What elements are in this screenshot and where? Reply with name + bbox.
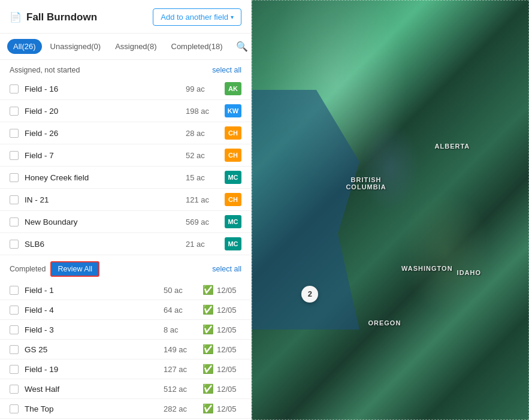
- tab-assigned[interactable]: Assigned(8): [109, 39, 162, 54]
- field-checkbox[interactable]: [10, 365, 19, 374]
- field-checkbox[interactable]: [10, 306, 19, 315]
- field-acres: 15 ac: [186, 173, 219, 182]
- table-row: GS 25 149 ac ✅ 12/05: [0, 340, 251, 359]
- field-name: GS 25: [25, 345, 158, 354]
- field-name: The Top: [25, 404, 158, 413]
- map-label-idaho: IDAHO: [457, 269, 481, 276]
- map-panel[interactable]: ALBERTA BRITISHCOLUMBIA WASHINGTON OREGO…: [252, 0, 529, 420]
- table-row: Field - 20 198 ac KW: [0, 100, 251, 122]
- table-row: West Half 512 ac ✅ 12/05: [0, 379, 251, 399]
- map-label-british-columbia: BRITISHCOLUMBIA: [346, 176, 386, 191]
- assigned-select-all[interactable]: select all: [212, 66, 241, 74]
- assignee-badge: AK: [225, 82, 241, 95]
- table-row: Field - 7 52 ac CH: [0, 144, 251, 167]
- assigned-section-header: Assigned, not started select all: [0, 60, 251, 78]
- chevron-down-icon: ▾: [231, 14, 234, 20]
- field-acres: 8 ac: [164, 325, 197, 334]
- table-row: Field - 4 64 ac ✅ 12/05: [0, 300, 251, 320]
- completion-status: ✅ 12/05: [202, 324, 241, 335]
- cluster-count: 2: [308, 289, 312, 298]
- field-name: Field - 16: [25, 84, 180, 93]
- map-label-oregon: OREGON: [368, 319, 401, 327]
- filter-bar: All(26) Unassigned(0) Assigned(8) Comple…: [0, 34, 251, 60]
- page-title: Fall Burndown: [26, 11, 97, 23]
- field-name: Field - 20: [25, 107, 180, 116]
- assignee-badge: CH: [225, 193, 241, 206]
- field-acres: 28 ac: [186, 129, 219, 138]
- field-name: New Boundary: [25, 217, 180, 226]
- field-checkbox[interactable]: [10, 325, 19, 334]
- check-icon: ✅: [202, 383, 214, 394]
- assignee-badge: MC: [225, 171, 241, 184]
- map-cluster-marker[interactable]: 2: [301, 286, 318, 303]
- field-acres: 99 ac: [186, 84, 219, 93]
- tab-unassigned[interactable]: Unassigned(0): [44, 39, 107, 54]
- table-row: Field - 3 8 ac ✅ 12/05: [0, 320, 251, 340]
- check-icon: ✅: [202, 364, 214, 374]
- completed-section-title: Completed: [10, 265, 46, 273]
- table-row: The Top 282 ac ✅ 12/05: [0, 399, 251, 419]
- table-row: Field - 16 99 ac AK: [0, 78, 251, 100]
- search-button[interactable]: 🔍: [231, 38, 252, 55]
- check-icon: ✅: [202, 344, 214, 355]
- field-checkbox[interactable]: [10, 151, 19, 160]
- table-row: Field - 19 127 ac ✅ 12/05: [0, 359, 251, 379]
- field-checkbox[interactable]: [10, 240, 19, 249]
- field-name: Field - 19: [25, 365, 158, 374]
- completion-date: 12/05: [217, 365, 237, 374]
- search-icon: 🔍: [236, 41, 248, 52]
- table-row: Field - 26 28 ac CH: [0, 122, 251, 144]
- table-row: Honey Creek field 15 ac MC: [0, 167, 251, 189]
- tab-all[interactable]: All(26): [7, 39, 42, 54]
- field-name: Field - 26: [25, 129, 180, 138]
- field-checkbox[interactable]: [10, 195, 19, 204]
- field-name: Field - 3: [25, 325, 158, 334]
- field-acres: 64 ac: [164, 306, 197, 315]
- completion-status: ✅ 12/05: [202, 285, 241, 295]
- completion-date: 12/05: [217, 286, 237, 295]
- completed-header-left: Completed Review All: [10, 261, 99, 277]
- field-acres: 127 ac: [164, 365, 197, 374]
- field-checkbox[interactable]: [10, 129, 19, 138]
- field-checkbox[interactable]: [10, 173, 19, 182]
- completion-date: 12/05: [217, 306, 237, 315]
- completion-date: 12/05: [217, 385, 237, 394]
- completion-status: ✅ 12/05: [202, 383, 241, 394]
- field-acres: 21 ac: [186, 240, 219, 249]
- field-name: Field - 7: [25, 151, 180, 160]
- field-checkbox[interactable]: [10, 84, 19, 93]
- field-name: SLB6: [25, 240, 180, 249]
- field-checkbox[interactable]: [10, 217, 19, 226]
- assignee-badge: MC: [225, 215, 241, 228]
- assignee-badge: MC: [225, 237, 241, 250]
- field-checkbox[interactable]: [10, 385, 19, 394]
- left-panel: 📄 Fall Burndown Add to another field ▾ A…: [0, 0, 252, 420]
- check-icon: ✅: [202, 403, 214, 414]
- completion-date: 12/05: [217, 404, 237, 413]
- field-name: Field - 1: [25, 286, 158, 295]
- check-icon: ✅: [202, 324, 214, 335]
- assignee-badge: KW: [225, 104, 241, 117]
- field-acres: 52 ac: [186, 151, 219, 160]
- completed-select-all[interactable]: select all: [212, 265, 241, 273]
- field-checkbox[interactable]: [10, 404, 19, 413]
- table-row: New Boundary 569 ac MC: [0, 211, 251, 233]
- field-acres: 282 ac: [164, 404, 197, 413]
- field-acres: 512 ac: [164, 385, 197, 394]
- map-label-alberta: ALBERTA: [435, 143, 470, 150]
- completion-status: ✅ 12/05: [202, 403, 241, 414]
- field-name: Field - 4: [25, 306, 158, 315]
- tab-completed[interactable]: Completed(18): [165, 39, 229, 54]
- review-all-button[interactable]: Review All: [50, 261, 99, 277]
- add-to-field-label: Add to another field: [161, 13, 228, 22]
- table-row: SLB6 21 ac MC: [0, 233, 251, 255]
- field-checkbox[interactable]: [10, 286, 19, 295]
- field-acres: 198 ac: [186, 107, 219, 116]
- completion-status: ✅ 12/05: [202, 344, 241, 355]
- completion-status: ✅ 12/05: [202, 364, 241, 374]
- field-checkbox[interactable]: [10, 345, 19, 354]
- add-to-field-button[interactable]: Add to another field ▾: [153, 8, 241, 26]
- assigned-section-title: Assigned, not started: [10, 66, 80, 74]
- document-icon: 📄: [10, 11, 22, 23]
- field-checkbox[interactable]: [10, 107, 19, 116]
